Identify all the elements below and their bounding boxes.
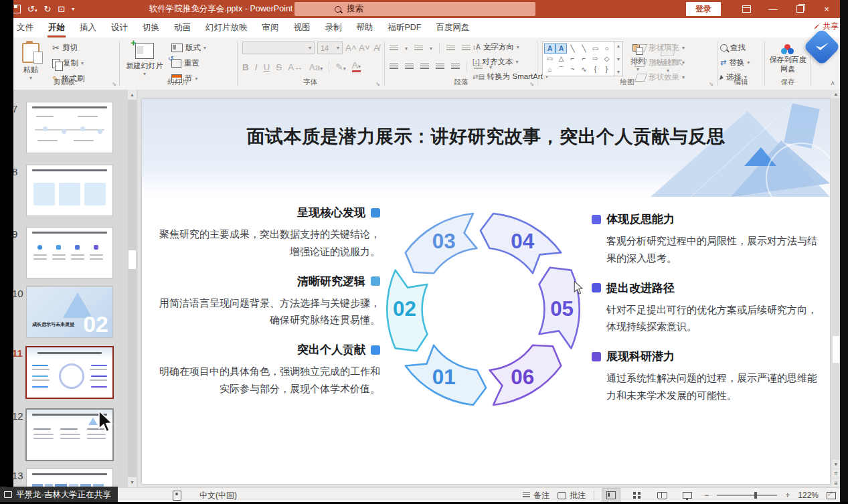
paragraph-dialog-launcher[interactable]: ⇘ [529,81,534,87]
shape-glyph-11[interactable]: ◇ [602,54,612,63]
slide-left-column[interactable]: 呈现核心发现 聚焦研究的主要成果，突出数据支持的关键结论，增强论证的说服力。 清… [154,205,380,411]
find-button[interactable]: 查找 [720,41,746,55]
customize-qat-icon[interactable]: ▾ [72,7,74,12]
copy-button[interactable]: 复制 ▾ [52,56,84,70]
shape-glyph-6[interactable]: ▭ [545,54,555,63]
tab-help[interactable]: 帮助 [349,18,381,37]
tab-review[interactable]: 审阅 [255,18,286,37]
shape-glyph-4[interactable]: ▭ [590,44,600,53]
zoom-slider-thumb[interactable] [754,492,757,499]
language-indicator[interactable]: 中文(中国) [199,490,237,501]
underline-button[interactable]: U [264,62,270,72]
shape-glyph-10[interactable]: ⇨ [590,54,600,63]
reading-view-button[interactable] [653,489,671,502]
zoom-out-button[interactable]: − [704,491,709,500]
align-right-icon[interactable] [420,64,429,70]
zoom-slider[interactable] [717,495,777,496]
shape-glyph-12[interactable]: ⌂ [545,65,555,74]
accessibility-checker[interactable] [173,491,181,501]
tab-home[interactable]: 开始 [41,18,72,37]
restore-button[interactable] [786,0,813,18]
ribbon-display-options-button[interactable] [733,0,760,18]
paste-button[interactable]: 粘贴 ▾ [16,39,46,82]
slide-editor-area[interactable]: 面试本质是潜力展示：讲好研究故事，突出个人贡献与反思 呈现核心发现 聚焦研究的主… [138,90,832,487]
cycle-diagram[interactable]: 010203040506 [352,178,614,440]
scroll-down-icon[interactable]: ▼ [832,460,840,469]
new-slide-button[interactable]: 新建幻灯片 ▾ [126,39,163,78]
thumbnail-scroll-down-icon[interactable]: ▼ [128,477,137,487]
shape-glyph-1[interactable]: A [556,44,566,53]
previous-slide-icon[interactable]: ⇈ [832,469,840,478]
slide-thumbnail-7[interactable] [27,102,112,153]
slide-thumbnail-10[interactable]: 成长启示与未来展望 02 [27,287,112,337]
thumbnail-scrollbar-thumb[interactable] [129,250,136,269]
font-name-combo[interactable]: ▾ [242,41,315,54]
thumbnail-scroll-up-icon[interactable]: ▲ [128,90,137,100]
redo-icon[interactable]: ↻ [44,5,51,13]
shape-glyph-8[interactable]: ⌐ [568,54,578,63]
shape-glyph-9[interactable]: ⌐ [579,54,589,63]
close-button[interactable]: × [813,0,840,18]
sign-in-button[interactable]: 登录 [686,2,721,16]
cut-button[interactable]: ✂剪切 [52,41,78,55]
increase-indent-icon[interactable] [462,45,471,52]
decrease-indent-icon[interactable] [446,45,455,52]
shape-effects-button[interactable]: 形状效果▾ [636,70,685,84]
shapes-gallery-scroll[interactable]: ▲▼▼ [614,41,623,76]
undo-icon[interactable]: ↺▾ [27,5,37,13]
scrollbar-thumb[interactable] [833,336,839,363]
fit-slide-to-window-icon[interactable] [827,492,836,499]
zoom-in-button[interactable]: + [785,491,790,500]
highlight-color-icon[interactable]: ✎▾ [335,62,345,72]
text-direction-button[interactable]: ↕A文字方向▾ [473,40,519,54]
tab-record[interactable]: 录制 [318,18,349,37]
notes-button[interactable]: 备注 [523,490,549,501]
slide-thumbnail-13[interactable] [27,469,112,487]
tab-view[interactable]: 视图 [286,18,318,37]
font-size-combo[interactable]: 14▾ [317,41,343,54]
comments-button[interactable]: 批注 [558,490,586,501]
tab-foxit-pdf[interactable]: 福昕PDF [381,18,429,37]
next-slide-icon[interactable]: ⇊ [832,479,840,487]
share-button[interactable]: 共享 [814,21,839,32]
slideshow-view-button[interactable] [679,489,696,502]
collapse-ribbon-icon[interactable]: ˄ [831,80,835,87]
align-center-icon[interactable] [405,64,414,70]
scroll-up-icon[interactable]: ▲ [832,90,840,98]
tab-slideshow[interactable]: 幻灯片放映 [198,18,255,37]
slide-thumbnail-8[interactable] [27,165,112,216]
tab-design[interactable]: 设计 [104,18,135,37]
vertical-scrollbar[interactable]: ▲ ▼ ⇈ ⇊ [832,90,840,487]
shape-glyph-2[interactable]: ╲ [568,44,578,53]
slide-right-column[interactable]: 体现反思能力 客观分析研究过程中的局限性，展示对方法与结果的深入思考。 提出改进… [592,212,825,418]
clipboard-dialog-launcher[interactable]: ⇘ [112,81,116,87]
italic-button[interactable]: I [255,62,258,72]
normal-view-button[interactable] [602,489,620,502]
layout-button[interactable]: 版式 ▾ [171,41,206,55]
align-left-icon[interactable] [390,64,398,70]
save-to-baidu-pan-button[interactable]: 保存到百度网盘 [767,40,809,74]
shapes-gallery[interactable]: AA╲╲▭○▭△⌐⌐⇨◇⌂⌒~∿{} ▲▼▼ [542,41,623,76]
replace-button[interactable]: ⇄替换▾ [720,56,750,70]
zoom-percentage[interactable]: 122% [798,491,819,500]
clear-formatting-icon[interactable]: A̸ [371,43,382,53]
slide-canvas[interactable]: 面试本质是潜力展示：讲好研究故事，突出个人贡献与反思 呈现核心发现 聚焦研究的主… [142,99,830,484]
shape-glyph-17[interactable]: } [602,65,612,74]
bold-button[interactable]: B [242,62,249,72]
shape-glyph-3[interactable]: ╲ [579,44,589,53]
shape-fill-button[interactable]: 形状填充▾ [636,41,685,55]
shape-glyph-5[interactable]: ○ [602,44,612,53]
shape-glyph-7[interactable]: △ [556,54,566,63]
tab-transitions[interactable]: 切换 [135,18,167,37]
tab-baidu-netdisk[interactable]: 百度网盘 [429,18,477,37]
thumbnail-scrollbar[interactable]: ▲ ▼ [128,90,137,487]
distribute-icon[interactable] [451,64,460,70]
change-case-button[interactable]: Aa▾ [309,62,323,72]
character-spacing-icon[interactable]: A↔ [288,62,303,72]
slide-title[interactable]: 面试本质是潜力展示：讲好研究故事，突出个人贡献与反思 [169,124,803,149]
shape-glyph-16[interactable]: { [590,65,600,74]
numbering-icon[interactable] [414,45,423,52]
reset-button[interactable]: 重置 [171,56,199,70]
increase-font-icon[interactable]: A˄ [345,43,357,53]
slide-thumbnail-12[interactable] [27,410,112,460]
